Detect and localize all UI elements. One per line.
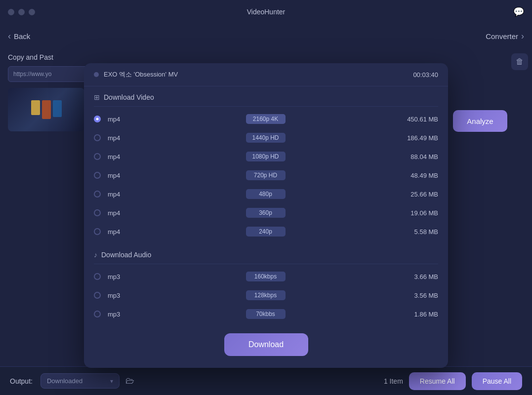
format-quality-mp4-360: 360p xyxy=(246,208,286,218)
audio-section-header: ♪ Download Audio xyxy=(84,244,448,264)
modal-header: EXO 엑소 'Obsession' MV 00:03:40 xyxy=(84,63,448,86)
resume-all-button[interactable]: Resume All xyxy=(409,372,466,390)
format-quality-mp3-128: 128kbps xyxy=(246,290,286,300)
format-row-mp4-1080[interactable]: mp4 1080p HD 88.04 MB xyxy=(84,147,448,166)
thumbnail-figures xyxy=(31,100,62,119)
radio-mp4-480[interactable] xyxy=(94,191,101,198)
video-thumbnail xyxy=(8,88,84,131)
dropdown-arrow-icon: ▾ xyxy=(110,378,113,385)
thumb-figure-2 xyxy=(42,100,51,119)
format-quality-mp3-70: 70kbbs xyxy=(246,309,286,319)
audio-section-title: Download Audio xyxy=(101,251,151,259)
maximize-button[interactable] xyxy=(29,9,35,15)
modal-duration: 00:03:40 xyxy=(413,71,438,79)
format-type-mp3-70: mp3 xyxy=(108,311,137,318)
output-select-dropdown[interactable]: Downloaded ▾ xyxy=(41,373,120,389)
format-row-mp4-360[interactable]: mp4 360p 19.06 MB xyxy=(84,203,448,222)
format-size-mp3-70: 1.86 MB xyxy=(394,311,438,318)
minimize-button[interactable] xyxy=(18,9,25,15)
format-size-mp4-240: 5.58 MB xyxy=(394,228,438,236)
format-row-mp4-720[interactable]: mp4 720p HD 48.49 MB xyxy=(84,166,448,185)
back-button[interactable]: ‹ Back xyxy=(8,31,30,41)
radio-mp3-70[interactable] xyxy=(94,311,101,317)
format-row-mp4-240[interactable]: mp4 240p 5.58 MB xyxy=(84,222,448,241)
modal-video-title: EXO 엑소 'Obsession' MV xyxy=(104,70,408,79)
converter-label: Converter xyxy=(486,32,518,40)
main-content: Copy and Past https://www.yo Analyze 🗑 E… xyxy=(0,48,532,389)
format-type-mp3-128: mp3 xyxy=(108,292,137,299)
item-count: 1 Item xyxy=(384,377,403,385)
trash-icon: 🗑 xyxy=(516,57,524,66)
format-quality-mp4-240: 240p xyxy=(246,227,286,237)
close-button[interactable] xyxy=(8,9,14,15)
format-type-mp4-1440: mp4 xyxy=(108,134,137,142)
format-size-mp4-360: 19.06 MB xyxy=(394,209,438,217)
format-type-mp4-1080: mp4 xyxy=(108,153,137,160)
thumb-figure-3 xyxy=(53,100,62,117)
nav-bar: ‹ Back Converter › xyxy=(0,24,532,48)
video-section-title: Download Video xyxy=(104,93,154,101)
format-quality-mp3-160: 160kbps xyxy=(246,272,286,281)
format-selection-dialog: EXO 엑소 'Obsession' MV 00:03:40 ⊞ Downloa… xyxy=(84,63,448,368)
thumbnail-image xyxy=(8,88,84,131)
format-type-mp4-480: mp4 xyxy=(108,191,137,198)
folder-icon[interactable]: 🗁 xyxy=(125,376,134,386)
format-row-mp3-128[interactable]: mp3 128kbps 3.56 MB xyxy=(84,286,448,305)
format-row-mp4-1440[interactable]: mp4 1440p HD 186.49 MB xyxy=(84,128,448,147)
forward-arrow-icon: › xyxy=(521,31,524,41)
format-type-mp4-720: mp4 xyxy=(108,172,137,179)
format-size-mp4-1440: 186.49 MB xyxy=(394,134,438,142)
format-row-mp3-70[interactable]: mp3 70kbbs 1.86 MB xyxy=(84,305,448,323)
radio-mp4-4k[interactable] xyxy=(94,116,101,122)
format-quality-mp4-480: 480p xyxy=(246,189,286,199)
format-size-mp4-4k: 450.61 MB xyxy=(394,116,438,123)
bottom-bar: Output: Downloaded ▾ 🗁 1 Item Resume All… xyxy=(0,366,532,395)
app-title: VideoHunter xyxy=(247,8,286,16)
pause-all-button[interactable]: Pause All xyxy=(472,372,522,390)
traffic-lights xyxy=(8,9,35,15)
format-row-mp4-4k[interactable]: mp4 2160p 4K 450.61 MB xyxy=(84,110,448,128)
thumb-figure-1 xyxy=(31,100,40,115)
format-quality-mp4-1080: 1080p HD xyxy=(246,152,286,161)
format-type-mp4-240: mp4 xyxy=(108,228,137,236)
analyze-label: Analyze xyxy=(467,117,493,125)
back-arrow-icon: ‹ xyxy=(8,31,11,41)
download-button[interactable]: Download xyxy=(224,333,308,356)
output-label: Output: xyxy=(10,377,33,385)
title-bar: VideoHunter 💬 xyxy=(0,0,532,24)
format-type-mp3-160: mp3 xyxy=(108,273,137,280)
format-type-mp4-360: mp4 xyxy=(108,209,137,217)
format-row-mp3-160[interactable]: mp3 160kbps 3.66 MB xyxy=(84,267,448,286)
format-size-mp3-160: 3.66 MB xyxy=(394,273,438,280)
video-section-icon: ⊞ xyxy=(94,93,100,101)
radio-mp4-360[interactable] xyxy=(94,209,101,216)
audio-divider xyxy=(94,264,438,264)
radio-mp4-1440[interactable] xyxy=(94,134,101,141)
format-size-mp4-480: 25.66 MB xyxy=(394,191,438,198)
format-size-mp4-1080: 88.04 MB xyxy=(394,153,438,160)
analyze-button[interactable]: Analyze xyxy=(453,110,507,132)
converter-button[interactable]: Converter › xyxy=(486,31,524,41)
radio-mp3-160[interactable] xyxy=(94,273,101,280)
radio-mp4-240[interactable] xyxy=(94,228,101,235)
audio-section-icon: ♪ xyxy=(94,251,97,259)
radio-mp4-1080[interactable] xyxy=(94,153,101,160)
copy-paste-label: Copy and Past xyxy=(8,53,97,61)
back-label: Back xyxy=(14,32,30,40)
radio-mp3-128[interactable] xyxy=(94,292,101,299)
video-divider xyxy=(94,106,438,107)
format-size-mp3-128: 3.56 MB xyxy=(394,292,438,299)
format-size-mp4-720: 48.49 MB xyxy=(394,172,438,179)
downloaded-label: Downloaded xyxy=(47,377,82,385)
format-row-mp4-480[interactable]: mp4 480p 25.66 MB xyxy=(84,185,448,203)
delete-button[interactable]: 🗑 xyxy=(511,53,528,70)
left-panel: Copy and Past https://www.yo xyxy=(8,48,97,389)
delete-area: 🗑 xyxy=(511,53,528,70)
radio-mp4-720[interactable] xyxy=(94,172,101,179)
modal-indicator xyxy=(94,72,99,77)
format-quality-mp4-4k: 2160p 4K xyxy=(246,114,286,124)
video-section-header: ⊞ Download Video xyxy=(84,86,448,106)
chat-icon[interactable]: 💬 xyxy=(513,6,524,17)
format-quality-mp4-1440: 1440p HD xyxy=(246,133,286,143)
url-input[interactable]: https://www.yo xyxy=(8,66,97,82)
